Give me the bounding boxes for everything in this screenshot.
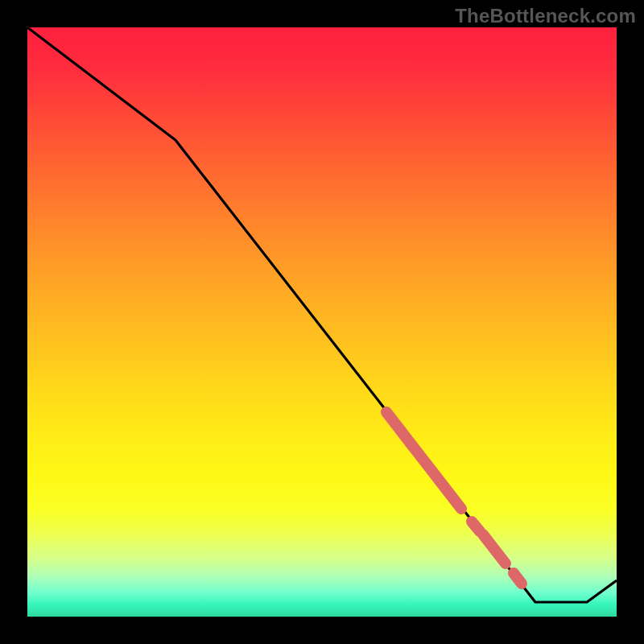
chart-svg <box>0 0 644 644</box>
accent-segment <box>483 535 506 564</box>
accent-segments <box>386 412 522 584</box>
accent-segment <box>514 573 522 584</box>
chart-stage: TheBottleneck.com <box>0 0 644 644</box>
bottleneck-line <box>27 27 617 602</box>
accent-segment <box>386 412 461 509</box>
accent-segment <box>472 522 480 531</box>
